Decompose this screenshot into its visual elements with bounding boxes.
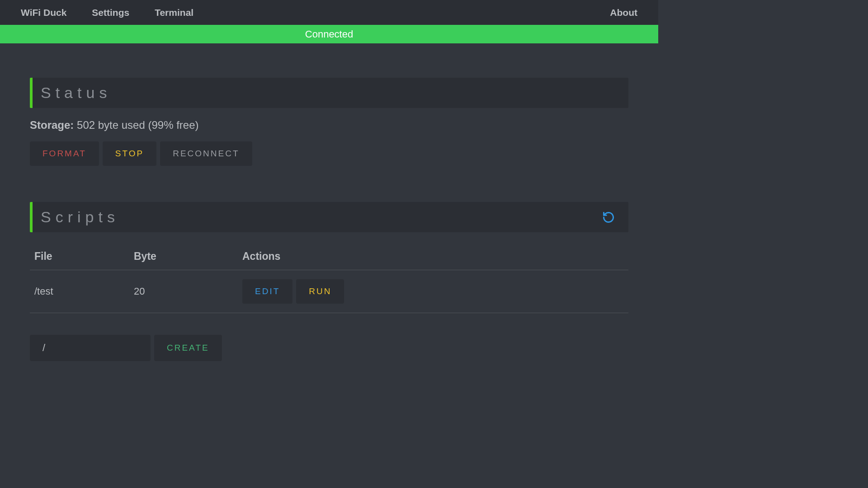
navbar: WiFi Duck Settings Terminal About: [0, 0, 658, 25]
create-row: CREATE: [30, 335, 628, 361]
storage-label: Storage:: [30, 119, 74, 131]
scripts-section-header: Scripts: [30, 202, 628, 232]
storage-info: Storage: 502 byte used (99% free): [30, 119, 628, 131]
cell-file: /test: [30, 270, 129, 313]
stop-button[interactable]: STOP: [103, 141, 156, 166]
format-button[interactable]: FORMAT: [30, 141, 99, 166]
connection-status-text: Connected: [305, 28, 353, 40]
connection-status-banner: Connected: [0, 25, 658, 43]
run-button[interactable]: RUN: [296, 279, 344, 304]
column-header-byte: Byte: [129, 243, 238, 270]
table-row: /test 20 EDIT RUN: [30, 270, 628, 313]
scripts-table: File Byte Actions /test 20 EDIT RUN: [30, 243, 628, 313]
scripts-heading: Scripts: [41, 208, 119, 226]
edit-button[interactable]: EDIT: [242, 279, 292, 304]
nav-settings[interactable]: Settings: [80, 1, 141, 24]
storage-value: 502 byte used (99% free): [77, 119, 199, 131]
status-section-header: Status: [30, 78, 628, 108]
status-heading: Status: [41, 84, 111, 102]
cell-actions: EDIT RUN: [238, 270, 628, 313]
new-file-input[interactable]: [30, 335, 151, 361]
nav-wifi-duck[interactable]: WiFi Duck: [9, 1, 78, 24]
nav-terminal[interactable]: Terminal: [143, 1, 205, 24]
status-button-row: FORMAT STOP RECONNECT: [30, 141, 628, 166]
nav-about[interactable]: About: [598, 1, 649, 24]
nav-right: About: [598, 1, 649, 24]
column-header-actions: Actions: [238, 243, 628, 270]
create-button[interactable]: CREATE: [154, 335, 222, 361]
refresh-icon[interactable]: [602, 211, 620, 224]
column-header-file: File: [30, 243, 129, 270]
nav-left: WiFi Duck Settings Terminal: [9, 1, 205, 24]
main-content: Status Storage: 502 byte used (99% free)…: [0, 43, 658, 369]
reconnect-button[interactable]: RECONNECT: [160, 141, 252, 166]
cell-byte: 20: [129, 270, 238, 313]
